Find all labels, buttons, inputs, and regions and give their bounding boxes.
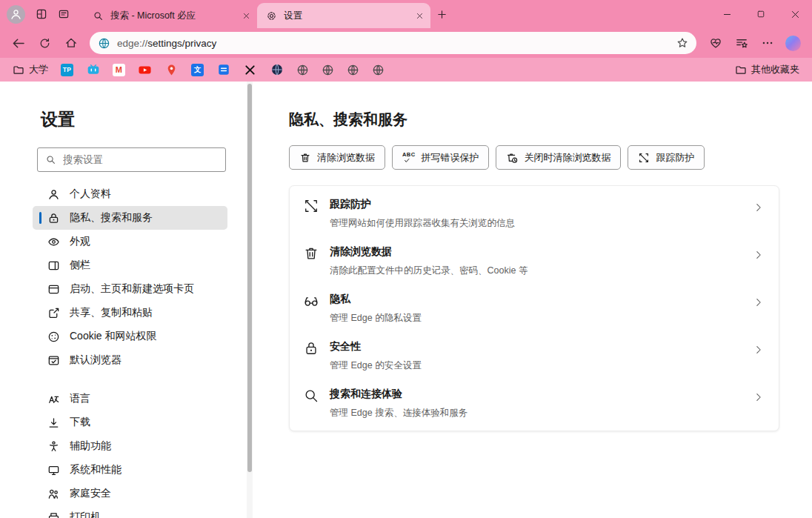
settings-sidebar: 设置 个人资料 隐私、搜索和服务 外观 xyxy=(0,82,253,518)
bookmark-item[interactable]: TP xyxy=(56,62,79,79)
close-window-button[interactable] xyxy=(778,0,812,28)
clear-browsing-data-button[interactable]: 清除浏览数据 xyxy=(289,145,385,170)
folder-icon xyxy=(735,64,747,76)
sidebar-item-default-browser[interactable]: 默认浏览器 xyxy=(33,348,227,372)
trash-icon xyxy=(299,152,311,164)
sidebar-item-share-copy-paste[interactable]: 共享、复制和粘贴 xyxy=(33,301,227,325)
bookmarks-bar: 大学 TP M 文 xyxy=(0,58,812,82)
close-icon[interactable] xyxy=(239,9,253,22)
workspaces-button[interactable] xyxy=(30,3,53,25)
back-button[interactable] xyxy=(7,31,31,56)
row-privacy[interactable]: 隐私 管理 Edge 的隐私设置 xyxy=(290,285,779,332)
bookmark-item[interactable] xyxy=(211,61,236,79)
url-path: settings/privacy xyxy=(147,38,216,49)
bookmark-label: 大学 xyxy=(29,63,48,76)
address-bar[interactable]: edge://settings/privacy xyxy=(90,32,696,54)
titlebar: 搜索 - Microsoft 必应 设置 xyxy=(0,0,812,28)
bookmark-folder-university[interactable]: 大学 xyxy=(7,61,53,79)
row-tracking-prevention[interactable]: 跟踪防护 管理网站如何使用跟踪器收集有关浏览的信息 xyxy=(290,190,779,237)
sidebar-item-label: 系统和性能 xyxy=(70,463,122,477)
site-info-icon[interactable] xyxy=(98,37,110,50)
tab-search-bing[interactable]: 搜索 - Microsoft 必应 xyxy=(84,3,257,28)
sidebar-item-appearance[interactable]: 外观 xyxy=(33,230,227,253)
home-button[interactable] xyxy=(59,31,83,56)
tab-settings[interactable]: 设置 xyxy=(257,3,430,28)
scrollbar[interactable] xyxy=(247,82,253,518)
favorites-hub-button[interactable] xyxy=(729,31,753,56)
sidebar-item-label: 共享、复制和粘贴 xyxy=(70,306,153,319)
spellcheck-protection-button[interactable]: ABC 拼写错误保护 xyxy=(392,145,489,170)
sidebar-item-label: 隐私、搜索和服务 xyxy=(70,211,153,225)
search-icon xyxy=(45,154,56,165)
sidebar-layout-icon xyxy=(47,259,60,272)
window-icon xyxy=(47,283,60,296)
row-search-services[interactable]: 搜索和连接体验 管理 Edge 搜索、连接体验和服务 xyxy=(290,379,779,427)
settings-search-box[interactable] xyxy=(37,147,226,172)
sidebar-item-system-performance[interactable]: 系统和性能 xyxy=(33,458,227,482)
button-label: 拼写错误保护 xyxy=(421,151,479,165)
sidebar-item-languages[interactable]: 语言 xyxy=(33,387,227,411)
scrollbar-thumb[interactable] xyxy=(247,84,252,472)
sidebar-item-family-safety[interactable]: 家庭安全 xyxy=(33,482,227,505)
bookmark-item[interactable] xyxy=(342,62,365,79)
bookmark-item[interactable] xyxy=(291,62,314,79)
sidebar-item-label: 个人资料 xyxy=(70,187,111,201)
tab-actions-button[interactable] xyxy=(53,3,75,25)
bookmark-item[interactable] xyxy=(316,62,339,79)
other-favorites-folder[interactable]: 其他收藏夹 xyxy=(730,61,805,79)
bookmark-item[interactable]: M xyxy=(107,62,130,79)
sidebar-item-downloads[interactable]: 下载 xyxy=(33,411,227,434)
quick-actions: 清除浏览数据 ABC 拼写错误保护 关闭时清除浏览数据 跟踪防护 xyxy=(289,145,779,170)
google-translate-icon: 文 xyxy=(191,64,204,76)
star-icon xyxy=(676,37,688,49)
sidebar-item-profile[interactable]: 个人资料 xyxy=(33,182,227,206)
bookmark-item[interactable] xyxy=(81,61,105,79)
favorite-star-button[interactable] xyxy=(673,33,692,53)
gear-icon xyxy=(265,10,278,22)
tracking-prevention-button[interactable]: 跟踪防护 xyxy=(628,145,705,170)
row-clear-browsing-data[interactable]: 清除浏览数据 清除此配置文件中的历史记录、密码、Cookie 等 xyxy=(290,237,779,285)
minimize-button[interactable] xyxy=(710,0,744,28)
sidebar-item-privacy[interactable]: 隐私、搜索和服务 xyxy=(33,206,227,230)
settings-more-button[interactable] xyxy=(755,31,779,56)
youtube-icon xyxy=(138,63,152,77)
sidebar-item-sidebar[interactable]: 侧栏 xyxy=(33,253,227,277)
bookmark-item[interactable] xyxy=(367,62,390,79)
lock-icon xyxy=(303,340,319,356)
sidebar-item-startup[interactable]: 启动、主页和新建选项卡页 xyxy=(33,277,227,301)
browser-essentials-button[interactable] xyxy=(703,31,728,56)
close-icon xyxy=(791,10,800,19)
workspaces-icon xyxy=(36,8,47,20)
new-tab-button[interactable] xyxy=(430,3,453,25)
sidebar-item-accessibility[interactable]: 辅助功能 xyxy=(33,434,227,458)
row-security[interactable]: 安全性 管理 Edge 的安全设置 xyxy=(290,332,779,379)
refresh-button[interactable] xyxy=(33,31,57,56)
chevron-right-icon xyxy=(753,202,764,213)
sidebar-item-cookies-permissions[interactable]: Cookie 和网站权限 xyxy=(33,325,227,348)
clear-data-on-close-button[interactable]: 关闭时清除浏览数据 xyxy=(496,145,621,170)
sidebar-item-printers[interactable]: 打印机 xyxy=(33,505,227,518)
trash-clock-icon xyxy=(506,152,518,164)
search-input[interactable] xyxy=(63,154,218,165)
folder-icon xyxy=(13,64,24,76)
globe-icon xyxy=(372,64,385,76)
profile-avatar[interactable] xyxy=(7,5,25,24)
page-title: 设置 xyxy=(41,108,253,131)
bilibili-icon xyxy=(86,63,100,77)
sidebar-divider xyxy=(0,372,253,387)
person-icon xyxy=(47,188,60,201)
maximize-button[interactable] xyxy=(744,0,778,28)
bookmark-item[interactable]: 文 xyxy=(186,62,209,79)
close-icon[interactable] xyxy=(413,9,426,22)
bookmark-item[interactable] xyxy=(264,61,289,79)
bookmark-item[interactable] xyxy=(238,61,262,79)
copilot-button[interactable] xyxy=(781,31,805,56)
url-text[interactable]: edge://settings/privacy xyxy=(117,38,666,49)
minimize-icon xyxy=(722,10,732,19)
bookmark-item[interactable] xyxy=(133,61,157,79)
bookmark-item[interactable] xyxy=(159,61,184,79)
accessibility-icon xyxy=(47,440,60,453)
heart-pulse-icon xyxy=(709,36,722,50)
blue-app-icon xyxy=(216,63,230,77)
maximize-icon xyxy=(756,10,765,19)
